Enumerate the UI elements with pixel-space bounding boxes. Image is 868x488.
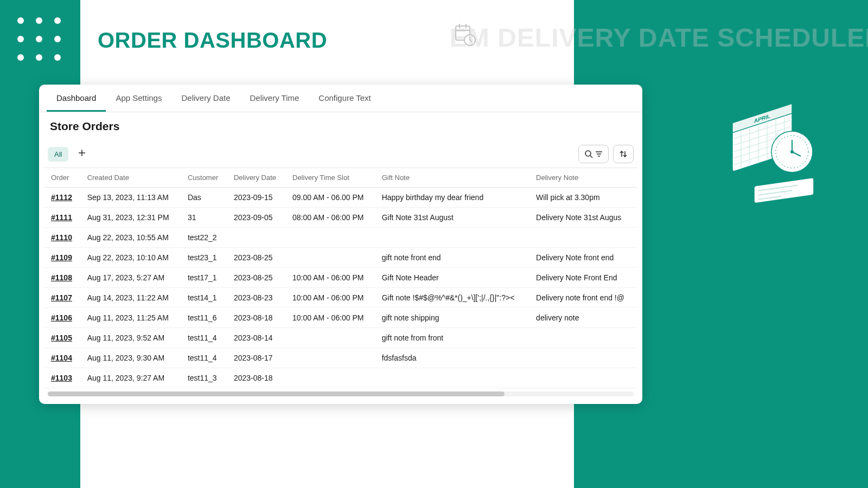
orders-table-container: All bbox=[39, 135, 642, 404]
cell-delivery-note: Delivery Note Front End bbox=[529, 268, 637, 288]
table-row[interactable]: #1108Aug 17, 2023, 5:27 AMtest17_12023-0… bbox=[44, 268, 637, 288]
add-filter-button[interactable] bbox=[75, 146, 89, 162]
cell-delivery-date: 2023-08-18 bbox=[227, 368, 286, 388]
cell-customer: test11_4 bbox=[181, 328, 227, 348]
cell-gift-note bbox=[375, 228, 529, 248]
cell-created: Sep 13, 2023, 11:13 AM bbox=[81, 188, 181, 208]
cell-created: Aug 11, 2023, 9:27 AM bbox=[81, 368, 181, 388]
page-title: ORDER DASHBOARD bbox=[98, 28, 327, 53]
cell-customer: test14_1 bbox=[181, 288, 227, 308]
plus-icon bbox=[78, 149, 86, 157]
cell-gift-note: Happy birthday my dear friend bbox=[375, 188, 529, 208]
order-link[interactable]: #1109 bbox=[51, 253, 72, 262]
orders-table: Order Created Date Customer Delivery Dat… bbox=[44, 168, 637, 388]
tab-delivery-date[interactable]: Delivery Date bbox=[171, 85, 240, 112]
cell-gift-note: gift note front end bbox=[375, 248, 529, 268]
cell-delivery-note: Delivery Note 31st Augus bbox=[529, 208, 637, 228]
ghost-app-title: EM DELIVERY DATE SCHEDULER bbox=[450, 23, 868, 53]
cell-created: Aug 14, 2023, 11:22 AM bbox=[81, 288, 181, 308]
col-delivery-date[interactable]: Delivery Date bbox=[227, 168, 286, 188]
cell-time-slot bbox=[286, 328, 375, 348]
cell-gift-note: Gift note !$#$@%^#&*()_+\][';|/.,{}|":?>… bbox=[375, 288, 529, 308]
search-icon bbox=[584, 150, 593, 158]
cell-delivery-date bbox=[227, 228, 286, 248]
table-row[interactable]: #1107Aug 14, 2023, 11:22 AMtest14_12023-… bbox=[44, 288, 637, 308]
dashboard-panel: Dashboard App Settings Delivery Date Del… bbox=[39, 85, 642, 404]
cell-customer: test17_1 bbox=[181, 268, 227, 288]
cell-gift-note: gift note from front bbox=[375, 328, 529, 348]
cell-delivery-note: Will pick at 3.30pm bbox=[529, 188, 637, 208]
cell-delivery-note: delivery note bbox=[529, 308, 637, 328]
cell-customer: test23_1 bbox=[181, 248, 227, 268]
order-link[interactable]: #1112 bbox=[51, 193, 72, 202]
filter-lines-icon bbox=[595, 150, 603, 158]
cell-delivery-note bbox=[529, 228, 637, 248]
cell-customer: test11_3 bbox=[181, 368, 227, 388]
tab-dashboard[interactable]: Dashboard bbox=[47, 85, 106, 112]
scrollbar-thumb[interactable] bbox=[48, 391, 505, 396]
cell-customer: 31 bbox=[181, 208, 227, 228]
table-row[interactable]: #1112Sep 13, 2023, 11:13 AMDas2023-09-15… bbox=[44, 188, 637, 208]
cell-time-slot bbox=[286, 348, 375, 368]
col-delivery-note[interactable]: Delivery Note bbox=[529, 168, 637, 188]
cell-delivery-date: 2023-09-05 bbox=[227, 208, 286, 228]
cell-customer: test11_4 bbox=[181, 348, 227, 368]
order-link[interactable]: #1105 bbox=[51, 333, 72, 342]
tab-app-settings[interactable]: App Settings bbox=[106, 85, 171, 112]
order-link[interactable]: #1110 bbox=[51, 233, 72, 242]
table-row[interactable]: #1103Aug 11, 2023, 9:27 AMtest11_32023-0… bbox=[44, 368, 637, 388]
cell-time-slot: 10:00 AM - 06:00 PM bbox=[286, 268, 375, 288]
col-created[interactable]: Created Date bbox=[81, 168, 181, 188]
cell-time-slot: 09.00 AM - 06.00 PM bbox=[286, 188, 375, 208]
cell-created: Aug 11, 2023, 9:30 AM bbox=[81, 348, 181, 368]
cell-time-slot bbox=[286, 368, 375, 388]
col-time-slot[interactable]: Delivery Time Slot bbox=[286, 168, 375, 188]
cell-delivery-note bbox=[529, 348, 637, 368]
cell-created: Aug 31, 2023, 12:31 PM bbox=[81, 208, 181, 228]
table-header-row: Order Created Date Customer Delivery Dat… bbox=[44, 168, 637, 188]
sort-arrows-icon bbox=[619, 150, 628, 158]
cell-delivery-date: 2023-08-17 bbox=[227, 348, 286, 368]
filter-chip-all[interactable]: All bbox=[48, 147, 68, 162]
col-gift-note[interactable]: Gift Note bbox=[375, 168, 529, 188]
order-link[interactable]: #1111 bbox=[51, 213, 72, 222]
table-row[interactable]: #1106Aug 11, 2023, 11:25 AMtest11_62023-… bbox=[44, 308, 637, 328]
order-link[interactable]: #1108 bbox=[51, 273, 72, 282]
sort-button[interactable] bbox=[613, 145, 634, 163]
order-link[interactable]: #1107 bbox=[51, 293, 72, 302]
order-link[interactable]: #1103 bbox=[51, 374, 72, 382]
tab-bar: Dashboard App Settings Delivery Date Del… bbox=[39, 85, 642, 112]
search-filter-button[interactable] bbox=[578, 145, 609, 163]
col-order[interactable]: Order bbox=[44, 168, 81, 188]
table-row[interactable]: #1105Aug 11, 2023, 9:52 AMtest11_42023-0… bbox=[44, 328, 637, 348]
tab-configure-text[interactable]: Configure Text bbox=[309, 85, 380, 112]
cell-customer: test22_2 bbox=[181, 228, 227, 248]
decorative-dots-top-left bbox=[17, 17, 61, 61]
cell-time-slot bbox=[286, 248, 375, 268]
cell-delivery-note: Delivery note front end !@ bbox=[529, 288, 637, 308]
table-row[interactable]: #1104Aug 11, 2023, 9:30 AMtest11_42023-0… bbox=[44, 348, 637, 368]
cell-delivery-date: 2023-08-23 bbox=[227, 288, 286, 308]
horizontal-scrollbar[interactable] bbox=[48, 391, 634, 396]
cell-time-slot bbox=[286, 228, 375, 248]
calendar-clock-illustration: APRIL bbox=[727, 98, 825, 208]
cell-time-slot: 08:00 AM - 06:00 PM bbox=[286, 208, 375, 228]
cell-gift-note: Gift Note 31st August bbox=[375, 208, 529, 228]
cell-gift-note bbox=[375, 368, 529, 388]
col-customer[interactable]: Customer bbox=[181, 168, 227, 188]
cell-delivery-note: Delivery Note front end bbox=[529, 248, 637, 268]
cell-time-slot: 10:00 AM - 06:00 PM bbox=[286, 308, 375, 328]
cell-time-slot: 10:00 AM - 06:00 PM bbox=[286, 288, 375, 308]
table-row[interactable]: #1111Aug 31, 2023, 12:31 PM312023-09-050… bbox=[44, 208, 637, 228]
cell-gift-note: fdsfasfsda bbox=[375, 348, 529, 368]
table-toolbar: All bbox=[44, 145, 637, 168]
cell-delivery-date: 2023-09-15 bbox=[227, 188, 286, 208]
table-row[interactable]: #1110Aug 22, 2023, 10:55 AMtest22_2 bbox=[44, 228, 637, 248]
order-link[interactable]: #1104 bbox=[51, 354, 72, 362]
cell-created: Aug 17, 2023, 5:27 AM bbox=[81, 268, 181, 288]
cell-created: Aug 22, 2023, 10:55 AM bbox=[81, 228, 181, 248]
tab-delivery-time[interactable]: Delivery Time bbox=[240, 85, 309, 112]
table-row[interactable]: #1109Aug 22, 2023, 10:10 AMtest23_12023-… bbox=[44, 248, 637, 268]
cell-delivery-date: 2023-08-25 bbox=[227, 268, 286, 288]
order-link[interactable]: #1106 bbox=[51, 313, 72, 322]
